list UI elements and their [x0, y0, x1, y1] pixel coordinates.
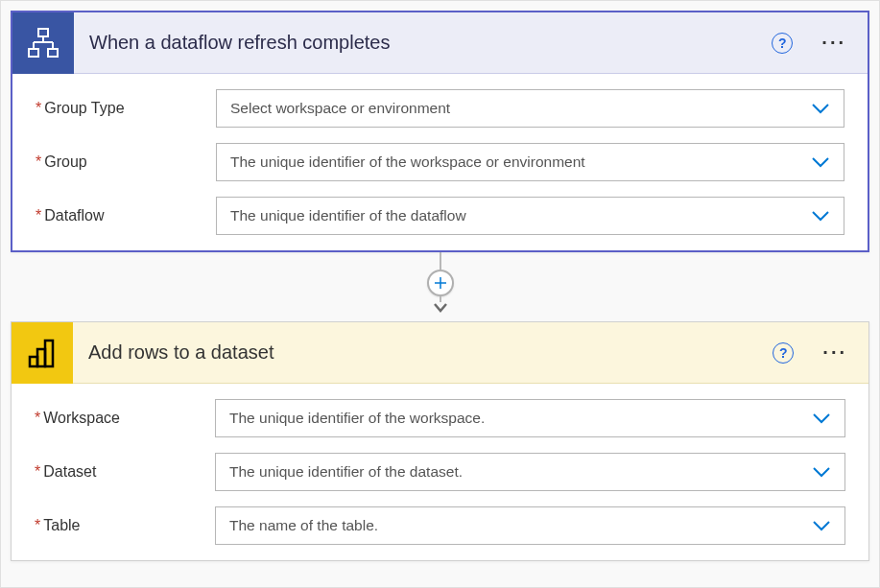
field-label: *Dataflow	[36, 207, 216, 224]
chevron-down-icon	[812, 466, 831, 478]
table-dropdown[interactable]: The name of the table.	[215, 506, 845, 545]
form-row: *Table The name of the table.	[35, 506, 845, 545]
workspace-dropdown[interactable]: The unique identifier of the workspace.	[215, 399, 845, 437]
powerbi-bar-chart-icon	[25, 336, 59, 370]
required-star-icon: *	[35, 517, 40, 533]
form-row: *Group The unique identifier of the work…	[36, 143, 844, 181]
form-row: *Workspace The unique identifier of the …	[35, 399, 845, 437]
dropdown-placeholder: The unique identifier of the dataset.	[229, 463, 463, 481]
chevron-down-icon	[812, 412, 831, 424]
form-row: *Dataflow The unique identifier of the d…	[36, 197, 844, 235]
form-row: *Group Type Select workspace or environm…	[36, 89, 844, 128]
more-menu-icon[interactable]: ···	[818, 28, 850, 58]
chevron-down-icon	[812, 520, 831, 531]
more-menu-icon[interactable]: ···	[819, 338, 851, 367]
trigger-card-body: *Group Type Select workspace or environm…	[12, 74, 868, 250]
step-connector	[11, 252, 869, 321]
chevron-down-icon	[811, 156, 830, 168]
field-label: *Table	[35, 517, 215, 534]
svg-rect-11	[45, 341, 53, 366]
trigger-icon-box	[12, 12, 74, 74]
field-label: *Dataset	[35, 463, 215, 481]
connector-line	[440, 252, 441, 270]
field-label: *Group	[36, 153, 216, 171]
add-step-button[interactable]	[427, 270, 454, 296]
help-icon[interactable]: ?	[772, 33, 793, 54]
dropdown-placeholder: The unique identifier of the dataflow	[230, 207, 466, 224]
dataset-dropdown[interactable]: The unique identifier of the dataset.	[215, 453, 845, 491]
trigger-card: When a dataflow refresh completes ? ··· …	[11, 11, 869, 252]
svg-rect-1	[29, 49, 38, 57]
plus-icon	[434, 276, 447, 290]
group-dropdown[interactable]: The unique identifier of the workspace o…	[216, 143, 844, 181]
dataflow-dropdown[interactable]: The unique identifier of the dataflow	[216, 197, 844, 235]
trigger-title: When a dataflow refresh completes	[89, 32, 756, 54]
chevron-down-icon	[811, 210, 830, 222]
required-star-icon: *	[36, 100, 41, 116]
chevron-down-icon	[811, 103, 830, 114]
action-card-body: *Workspace The unique identifier of the …	[12, 384, 868, 560]
group-type-dropdown[interactable]: Select workspace or environment	[216, 89, 844, 128]
dropdown-placeholder: The unique identifier of the workspace o…	[230, 153, 585, 171]
arrow-down-icon	[433, 302, 448, 314]
action-card-header[interactable]: Add rows to a dataset ? ···	[12, 322, 868, 384]
field-label: *Group Type	[36, 100, 216, 117]
form-row: *Dataset The unique identifier of the da…	[35, 453, 845, 491]
required-star-icon: *	[35, 410, 40, 426]
svg-rect-0	[38, 29, 48, 36]
dropdown-placeholder: The unique identifier of the workspace.	[229, 410, 485, 427]
dropdown-placeholder: The name of the table.	[229, 517, 378, 534]
action-card: Add rows to a dataset ? ··· *Workspace T…	[11, 321, 869, 561]
required-star-icon: *	[36, 207, 41, 223]
required-star-icon: *	[35, 463, 40, 480]
trigger-card-header[interactable]: When a dataflow refresh completes ? ···	[12, 12, 868, 74]
svg-rect-2	[48, 49, 58, 57]
field-label: *Workspace	[35, 410, 215, 427]
dataflow-branch-icon	[26, 26, 60, 60]
action-icon-box	[12, 322, 73, 384]
action-title: Add rows to a dataset	[88, 341, 757, 364]
dropdown-placeholder: Select workspace or environment	[230, 100, 450, 117]
help-icon[interactable]: ?	[773, 342, 794, 364]
required-star-icon: *	[36, 153, 41, 170]
